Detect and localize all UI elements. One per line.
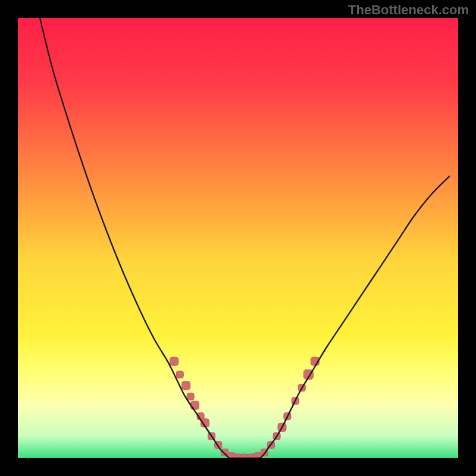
plot-area <box>18 18 458 458</box>
data-marker <box>190 401 199 409</box>
data-marker <box>176 371 183 378</box>
data-marker <box>170 357 178 365</box>
data-marker <box>182 381 190 390</box>
bottleneck-curve <box>40 18 449 458</box>
watermark-text: TheBottleneck.com <box>348 2 469 18</box>
outer-black-frame: TheBottleneck.com <box>0 0 476 476</box>
chart-svg <box>18 18 458 458</box>
data-marker <box>187 393 194 400</box>
